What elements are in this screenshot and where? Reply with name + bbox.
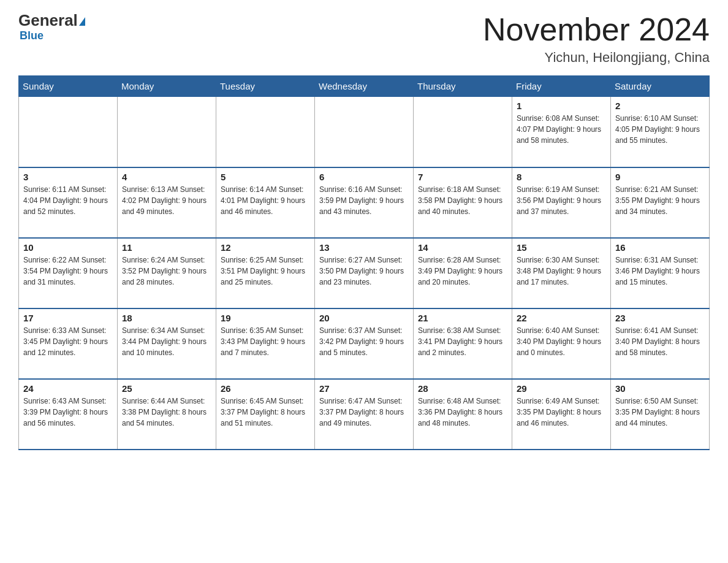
day-info: Sunrise: 6:13 AM Sunset: 4:02 PM Dayligh… <box>122 184 211 217</box>
day-info: Sunrise: 6:18 AM Sunset: 3:58 PM Dayligh… <box>418 184 507 217</box>
month-year-title: November 2024 <box>483 12 710 47</box>
day-number: 5 <box>221 172 310 182</box>
calendar-cell: 5Sunrise: 6:14 AM Sunset: 4:01 PM Daylig… <box>216 167 315 238</box>
day-number: 22 <box>517 313 606 323</box>
calendar-cell <box>315 97 414 167</box>
day-number: 11 <box>122 242 211 253</box>
day-number: 7 <box>418 172 507 182</box>
weekday-header-wednesday: Wednesday <box>315 76 414 97</box>
calendar-cell: 18Sunrise: 6:34 AM Sunset: 3:44 PM Dayli… <box>118 308 216 379</box>
calendar-cell: 26Sunrise: 6:45 AM Sunset: 3:37 PM Dayli… <box>216 379 315 450</box>
weekday-header-sunday: Sunday <box>19 76 118 97</box>
day-number: 1 <box>517 101 606 111</box>
day-number: 24 <box>23 383 113 394</box>
week-row-2: 3Sunrise: 6:11 AM Sunset: 4:04 PM Daylig… <box>19 167 710 238</box>
day-info: Sunrise: 6:30 AM Sunset: 3:48 PM Dayligh… <box>517 255 606 288</box>
calendar-cell: 14Sunrise: 6:28 AM Sunset: 3:49 PM Dayli… <box>414 238 512 308</box>
day-info: Sunrise: 6:40 AM Sunset: 3:40 PM Dayligh… <box>517 325 606 358</box>
day-info: Sunrise: 6:14 AM Sunset: 4:01 PM Dayligh… <box>221 184 310 217</box>
location-subtitle: Yichun, Heilongjiang, China <box>483 50 710 66</box>
weekday-header-thursday: Thursday <box>414 76 512 97</box>
calendar-cell: 6Sunrise: 6:16 AM Sunset: 3:59 PM Daylig… <box>315 167 414 238</box>
day-number: 27 <box>319 383 409 394</box>
day-info: Sunrise: 6:16 AM Sunset: 3:59 PM Dayligh… <box>319 184 409 217</box>
logo: General Blue <box>18 12 85 42</box>
calendar-cell: 24Sunrise: 6:43 AM Sunset: 3:39 PM Dayli… <box>19 379 118 450</box>
day-number: 4 <box>122 172 211 182</box>
day-number: 16 <box>615 242 705 253</box>
day-info: Sunrise: 6:24 AM Sunset: 3:52 PM Dayligh… <box>122 255 211 288</box>
day-info: Sunrise: 6:43 AM Sunset: 3:39 PM Dayligh… <box>23 396 113 429</box>
calendar-cell: 2Sunrise: 6:10 AM Sunset: 4:05 PM Daylig… <box>611 97 710 167</box>
calendar-cell: 27Sunrise: 6:47 AM Sunset: 3:37 PM Dayli… <box>315 379 414 450</box>
calendar-cell: 17Sunrise: 6:33 AM Sunset: 3:45 PM Dayli… <box>19 308 118 379</box>
calendar-cell: 23Sunrise: 6:41 AM Sunset: 3:40 PM Dayli… <box>611 308 710 379</box>
day-number: 14 <box>418 242 507 253</box>
day-number: 6 <box>319 172 409 182</box>
day-number: 29 <box>517 383 606 394</box>
day-info: Sunrise: 6:38 AM Sunset: 3:41 PM Dayligh… <box>418 325 507 358</box>
day-number: 19 <box>221 313 310 323</box>
day-info: Sunrise: 6:21 AM Sunset: 3:55 PM Dayligh… <box>615 184 705 217</box>
week-row-3: 10Sunrise: 6:22 AM Sunset: 3:54 PM Dayli… <box>19 238 710 308</box>
day-info: Sunrise: 6:25 AM Sunset: 3:51 PM Dayligh… <box>221 255 310 288</box>
calendar-cell <box>19 97 118 167</box>
day-info: Sunrise: 6:11 AM Sunset: 4:04 PM Dayligh… <box>23 184 113 217</box>
logo-text: General <box>18 12 85 28</box>
calendar-cell: 22Sunrise: 6:40 AM Sunset: 3:40 PM Dayli… <box>512 308 611 379</box>
calendar-cell: 11Sunrise: 6:24 AM Sunset: 3:52 PM Dayli… <box>118 238 216 308</box>
calendar-cell: 29Sunrise: 6:49 AM Sunset: 3:35 PM Dayli… <box>512 379 611 450</box>
day-info: Sunrise: 6:34 AM Sunset: 3:44 PM Dayligh… <box>122 325 211 358</box>
day-info: Sunrise: 6:08 AM Sunset: 4:07 PM Dayligh… <box>517 113 606 146</box>
day-number: 30 <box>615 383 705 394</box>
day-number: 9 <box>615 172 705 182</box>
day-number: 8 <box>517 172 606 182</box>
calendar-cell: 15Sunrise: 6:30 AM Sunset: 3:48 PM Dayli… <box>512 238 611 308</box>
day-number: 20 <box>319 313 409 323</box>
weekday-header-monday: Monday <box>118 76 216 97</box>
day-info: Sunrise: 6:50 AM Sunset: 3:35 PM Dayligh… <box>615 396 705 429</box>
calendar-cell: 21Sunrise: 6:38 AM Sunset: 3:41 PM Dayli… <box>414 308 512 379</box>
day-info: Sunrise: 6:41 AM Sunset: 3:40 PM Dayligh… <box>615 325 705 358</box>
weekday-header-tuesday: Tuesday <box>216 76 315 97</box>
day-number: 13 <box>319 242 409 253</box>
calendar-cell: 10Sunrise: 6:22 AM Sunset: 3:54 PM Dayli… <box>19 238 118 308</box>
weekday-header-row: SundayMondayTuesdayWednesdayThursdayFrid… <box>19 76 710 97</box>
calendar-cell: 3Sunrise: 6:11 AM Sunset: 4:04 PM Daylig… <box>19 167 118 238</box>
day-info: Sunrise: 6:44 AM Sunset: 3:38 PM Dayligh… <box>122 396 211 429</box>
week-row-5: 24Sunrise: 6:43 AM Sunset: 3:39 PM Dayli… <box>19 379 710 450</box>
calendar-cell: 12Sunrise: 6:25 AM Sunset: 3:51 PM Dayli… <box>216 238 315 308</box>
day-number: 23 <box>615 313 705 323</box>
day-info: Sunrise: 6:22 AM Sunset: 3:54 PM Dayligh… <box>23 255 113 288</box>
day-info: Sunrise: 6:19 AM Sunset: 3:56 PM Dayligh… <box>517 184 606 217</box>
calendar-table: SundayMondayTuesdayWednesdayThursdayFrid… <box>18 75 710 450</box>
day-number: 10 <box>23 242 113 253</box>
logo-sub: Blue <box>18 29 44 42</box>
day-number: 25 <box>122 383 211 394</box>
weekday-header-saturday: Saturday <box>611 76 710 97</box>
day-info: Sunrise: 6:31 AM Sunset: 3:46 PM Dayligh… <box>615 255 705 288</box>
day-number: 15 <box>517 242 606 253</box>
day-info: Sunrise: 6:45 AM Sunset: 3:37 PM Dayligh… <box>221 396 310 429</box>
day-number: 26 <box>221 383 310 394</box>
day-info: Sunrise: 6:33 AM Sunset: 3:45 PM Dayligh… <box>23 325 113 358</box>
day-info: Sunrise: 6:27 AM Sunset: 3:50 PM Dayligh… <box>319 255 409 288</box>
day-number: 18 <box>122 313 211 323</box>
day-info: Sunrise: 6:35 AM Sunset: 3:43 PM Dayligh… <box>221 325 310 358</box>
calendar-cell: 9Sunrise: 6:21 AM Sunset: 3:55 PM Daylig… <box>611 167 710 238</box>
calendar-cell: 19Sunrise: 6:35 AM Sunset: 3:43 PM Dayli… <box>216 308 315 379</box>
title-area: November 2024 Yichun, Heilongjiang, Chin… <box>483 12 710 66</box>
calendar-cell: 4Sunrise: 6:13 AM Sunset: 4:02 PM Daylig… <box>118 167 216 238</box>
week-row-4: 17Sunrise: 6:33 AM Sunset: 3:45 PM Dayli… <box>19 308 710 379</box>
calendar-cell: 16Sunrise: 6:31 AM Sunset: 3:46 PM Dayli… <box>611 238 710 308</box>
calendar-cell: 13Sunrise: 6:27 AM Sunset: 3:50 PM Dayli… <box>315 238 414 308</box>
calendar-cell: 1Sunrise: 6:08 AM Sunset: 4:07 PM Daylig… <box>512 97 611 167</box>
week-row-1: 1Sunrise: 6:08 AM Sunset: 4:07 PM Daylig… <box>19 97 710 167</box>
day-info: Sunrise: 6:37 AM Sunset: 3:42 PM Dayligh… <box>319 325 409 358</box>
page-header: General Blue November 2024 Yichun, Heilo… <box>18 12 710 66</box>
calendar-cell: 28Sunrise: 6:48 AM Sunset: 3:36 PM Dayli… <box>414 379 512 450</box>
day-number: 17 <box>23 313 113 323</box>
day-info: Sunrise: 6:28 AM Sunset: 3:49 PM Dayligh… <box>418 255 507 288</box>
day-number: 3 <box>23 172 113 182</box>
calendar-cell <box>216 97 315 167</box>
